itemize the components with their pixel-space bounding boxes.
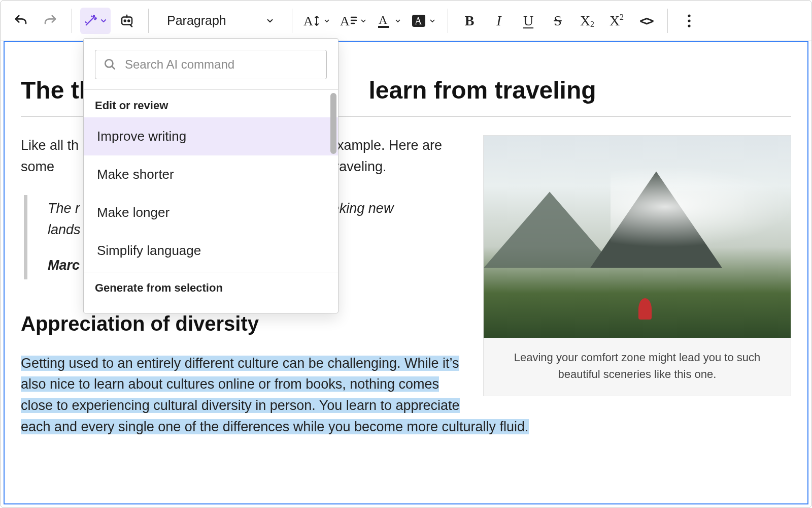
search-icon: [104, 58, 117, 71]
chevron-down-icon: [323, 17, 331, 25]
svg-point-1: [95, 18, 96, 19]
svg-text:A: A: [303, 14, 313, 28]
ai-command-panel: Edit or review Improve writing Make shor…: [83, 38, 339, 313]
ai-item-improve-writing[interactable]: Improve writing: [84, 117, 338, 155]
editor-app: Paragraph A A A: [0, 0, 812, 508]
svg-text:A: A: [340, 14, 350, 28]
separator: [72, 9, 72, 33]
undo-icon: [13, 13, 28, 28]
ai-group-generate: Generate from selection: [84, 272, 338, 300]
ai-search-field[interactable]: [95, 50, 327, 79]
figure-image: [484, 136, 791, 338]
chevron-down-icon: [394, 17, 402, 25]
superscript-button[interactable]: X2: [603, 8, 630, 34]
underline-icon: U: [523, 13, 533, 29]
italic-icon: I: [496, 13, 501, 29]
ai-item-make-shorter[interactable]: Make shorter: [84, 155, 338, 194]
magic-wand-icon: [83, 14, 97, 28]
ai-group-edit-review: Edit or review: [84, 90, 338, 117]
redo-button[interactable]: [37, 8, 63, 34]
svg-point-3: [124, 20, 126, 21]
undo-button[interactable]: [8, 8, 34, 34]
font-size-icon: A: [303, 13, 321, 28]
block-type-label: Paragraph: [167, 13, 226, 28]
svg-point-12: [688, 19, 690, 22]
separator: [448, 9, 448, 33]
ai-assistant-button[interactable]: [114, 8, 140, 34]
figure[interactable]: Leaving your comfort zone might lead you…: [483, 135, 791, 396]
figure-caption[interactable]: Leaving your comfort zone might lead you…: [484, 338, 791, 396]
strikethrough-button[interactable]: S: [545, 8, 571, 34]
svg-point-0: [93, 15, 94, 16]
redo-icon: [43, 13, 58, 28]
svg-rect-8: [378, 26, 389, 28]
svg-text:A: A: [415, 15, 422, 26]
font-family-button[interactable]: A: [337, 8, 370, 34]
font-color-icon: A: [377, 13, 392, 29]
bold-button[interactable]: B: [456, 8, 483, 34]
subscript-button[interactable]: X2: [574, 8, 600, 34]
chevron-down-icon: [265, 16, 275, 25]
toolbar: Paragraph A A A: [1, 1, 811, 41]
svg-line-15: [112, 66, 114, 69]
underline-button[interactable]: U: [515, 8, 542, 34]
highlight-button[interactable]: A: [408, 8, 439, 34]
robot-icon: [119, 13, 134, 28]
italic-button[interactable]: I: [486, 8, 512, 34]
ai-item-summarize[interactable]: Summarize: [84, 300, 338, 313]
font-color-button[interactable]: A: [374, 8, 405, 34]
code-icon: <>: [639, 13, 652, 28]
chevron-down-icon: [428, 17, 436, 25]
svg-point-11: [688, 14, 690, 17]
ai-search-input[interactable]: [124, 57, 318, 72]
svg-text:A: A: [379, 13, 388, 26]
strike-icon: S: [554, 13, 562, 29]
kebab-icon: [687, 14, 691, 28]
separator: [292, 9, 292, 33]
ai-command-list: Edit or review Improve writing Make shor…: [84, 89, 338, 313]
more-button[interactable]: [676, 8, 702, 34]
block-type-select[interactable]: Paragraph: [157, 8, 284, 34]
svg-point-13: [688, 24, 690, 27]
ai-wand-button[interactable]: [80, 8, 111, 34]
ai-item-simplify-language[interactable]: Simplify language: [84, 232, 338, 270]
font-family-icon: A: [340, 13, 357, 28]
svg-rect-2: [122, 17, 132, 24]
code-button[interactable]: <>: [633, 8, 659, 34]
svg-point-4: [128, 20, 129, 21]
separator: [667, 9, 668, 33]
separator: [148, 9, 149, 33]
highlight-icon: A: [411, 13, 426, 28]
bold-icon: B: [465, 13, 475, 29]
superscript-icon: X2: [610, 13, 624, 29]
font-size-button[interactable]: A: [300, 8, 334, 34]
scrollbar-thumb[interactable]: [330, 93, 336, 154]
chevron-down-icon: [99, 17, 108, 25]
subscript-icon: X2: [580, 13, 594, 29]
ai-item-make-longer[interactable]: Make longer: [84, 194, 338, 232]
chevron-down-icon: [359, 17, 367, 25]
